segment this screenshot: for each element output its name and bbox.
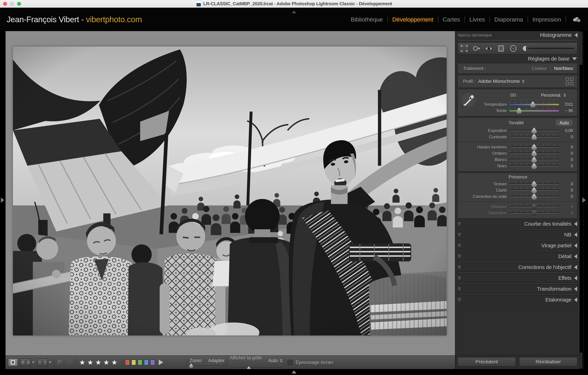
before-after-view-button[interactable]: YY xyxy=(37,358,48,366)
calibration-toggle[interactable] xyxy=(457,297,461,302)
module-livres[interactable]: Livres xyxy=(469,16,485,23)
transform-collapse-icon[interactable] xyxy=(574,287,577,291)
zoom-slider[interactable] xyxy=(189,365,224,367)
section-tone-curve[interactable]: Courbe des tonalités xyxy=(455,220,580,228)
clarity-slider[interactable] xyxy=(509,189,559,191)
texture-slider-thumb[interactable] xyxy=(532,181,537,187)
white-balance-eyedropper-icon[interactable] xyxy=(461,92,477,109)
flag-reject-icon[interactable] xyxy=(66,359,73,365)
color-label-purple[interactable] xyxy=(150,360,155,365)
fit-label[interactable]: Adapter xyxy=(208,358,225,364)
close-button[interactable] xyxy=(3,2,7,6)
treatment-bw-option[interactable]: Noir/blanc xyxy=(554,66,573,71)
reset-button[interactable]: Réinitialiser xyxy=(519,357,578,367)
profile-value[interactable]: Adobe Monochrome xyxy=(478,79,520,84)
saturation-slider-thumb[interactable] xyxy=(532,210,537,216)
detail-toggle[interactable] xyxy=(457,254,461,259)
hide-right-panel-arrow-icon[interactable] xyxy=(582,197,586,203)
effects-collapse-icon[interactable] xyxy=(574,276,577,280)
saturation-slider[interactable] xyxy=(509,212,559,214)
vibrance-slider[interactable] xyxy=(509,206,559,208)
wb-stepper-icon[interactable] xyxy=(564,93,566,97)
split-toning-collapse-icon[interactable] xyxy=(574,243,577,248)
tint-slider[interactable] xyxy=(509,110,559,112)
whites-slider-thumb[interactable] xyxy=(532,156,537,163)
basic-panel-expanded-icon[interactable] xyxy=(572,57,577,60)
grid-mode-stepper-icon[interactable] xyxy=(280,359,282,362)
section-calibration[interactable]: Etalonnage xyxy=(455,296,580,304)
module-cartes[interactable]: Cartes xyxy=(443,16,460,23)
grid-mode-value[interactable]: Auto xyxy=(268,358,278,364)
wb-value[interactable]: Personnal. xyxy=(541,93,561,98)
section-transform[interactable]: Transformation xyxy=(455,285,580,293)
loupe-view-button[interactable] xyxy=(8,358,18,366)
exposure-slider-thumb[interactable] xyxy=(532,127,537,134)
auto-tone-button[interactable]: Auto xyxy=(555,119,573,126)
detail-collapse-icon[interactable] xyxy=(574,254,577,259)
highlights-slider-thumb[interactable] xyxy=(532,144,537,150)
top-panel-collapse-arrow-icon[interactable] xyxy=(292,10,296,13)
section-split-toning[interactable]: Virage partiel xyxy=(455,241,580,250)
adjustment-brush-icon[interactable] xyxy=(522,44,575,52)
temperature-slider[interactable] xyxy=(509,103,559,105)
bw-toggle[interactable] xyxy=(457,233,461,237)
temperature-slider-thumb[interactable] xyxy=(530,101,536,107)
profile-stepper-icon[interactable] xyxy=(522,80,525,83)
contrast-slider-thumb[interactable] xyxy=(532,133,537,140)
panel-scrollbar-top[interactable] xyxy=(580,32,583,65)
effects-toggle[interactable] xyxy=(457,276,461,281)
vibrance-slider-thumb[interactable] xyxy=(532,203,537,210)
reference-view-button[interactable]: RA xyxy=(20,358,31,366)
shadows-slider-thumb[interactable] xyxy=(532,150,537,156)
blacks-slider[interactable] xyxy=(509,165,559,167)
transform-toggle[interactable] xyxy=(457,287,461,291)
blacks-slider-thumb[interactable] xyxy=(532,162,537,169)
zoom-button[interactable] xyxy=(17,2,21,6)
color-label-green[interactable] xyxy=(138,360,142,365)
section-lens-corrections[interactable]: Corrections de l'objectif xyxy=(455,263,580,272)
tint-slider-thumb[interactable] xyxy=(516,107,522,114)
contrast-slider[interactable] xyxy=(509,136,559,138)
radial-filter-icon[interactable] xyxy=(509,44,517,52)
calibration-collapse-icon[interactable] xyxy=(574,297,577,302)
flag-pick-icon[interactable] xyxy=(57,359,64,365)
left-panel-rail[interactable] xyxy=(0,31,5,369)
color-label-yellow[interactable] xyxy=(131,360,136,365)
graduated-filter-icon[interactable] xyxy=(497,44,505,52)
exposure-slider[interactable] xyxy=(509,130,559,132)
zoom-label[interactable]: Zoom xyxy=(189,358,202,364)
soft-proof-checkbox[interactable] xyxy=(287,360,293,365)
panel-scrollbar-bottom[interactable] xyxy=(580,353,583,368)
texture-slider[interactable] xyxy=(509,183,559,185)
reference-view-caret-icon[interactable] xyxy=(32,362,35,363)
shadows-slider[interactable] xyxy=(509,152,559,154)
tone-curve-collapse-icon[interactable] xyxy=(574,222,577,226)
show-left-panel-arrow-icon[interactable] xyxy=(1,197,4,203)
module-developpement[interactable]: Développement xyxy=(392,16,433,23)
minimize-button[interactable] xyxy=(10,2,14,6)
color-label-red[interactable] xyxy=(125,360,130,365)
module-diaporama[interactable]: Diaporama xyxy=(494,16,523,23)
section-bw[interactable]: NB xyxy=(455,231,580,239)
show-filmstrip-arrow-icon[interactable] xyxy=(292,370,296,374)
clarity-slider-thumb[interactable] xyxy=(532,187,537,193)
previous-button[interactable]: Précédent xyxy=(457,357,516,367)
dehaze-slider-thumb[interactable] xyxy=(532,193,537,200)
lens-corrections-toggle[interactable] xyxy=(457,265,461,270)
cloud-sync-icon[interactable]: ! xyxy=(572,16,581,23)
profile-browser-icon[interactable] xyxy=(566,78,573,85)
photo-loupe-view[interactable] xyxy=(13,47,447,335)
before-after-caret-icon[interactable] xyxy=(49,362,52,363)
tone-curve-toggle[interactable] xyxy=(457,222,461,226)
lens-corrections-collapse-icon[interactable] xyxy=(574,265,577,270)
slideshow-play-icon[interactable] xyxy=(159,360,163,365)
dehaze-slider[interactable] xyxy=(509,195,559,198)
zoom-slider-thumb[interactable] xyxy=(189,363,193,368)
module-bibliotheque[interactable]: Bibliothèque xyxy=(351,16,383,23)
color-label-blue[interactable] xyxy=(144,360,148,365)
whites-slider[interactable] xyxy=(509,159,559,161)
section-detail[interactable]: Détail xyxy=(455,252,580,261)
bw-collapse-icon[interactable] xyxy=(574,233,577,237)
split-toning-toggle[interactable] xyxy=(457,243,461,248)
histogram-collapse-icon[interactable] xyxy=(575,33,578,37)
